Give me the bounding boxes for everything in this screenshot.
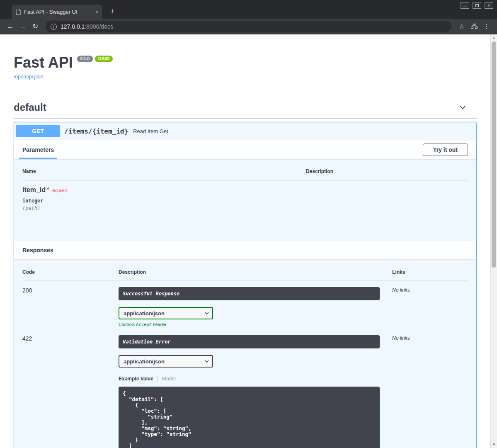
window-controls: × — [461, 2, 493, 9]
response-links: No links — [392, 335, 468, 448]
param-name: item_id*required — [22, 186, 306, 195]
api-badges: 0.1.0 OAS3 — [77, 56, 113, 62]
media-type-select[interactable]: application/json — [119, 355, 213, 368]
openapi-spec-link[interactable]: /openapi.json — [14, 74, 43, 80]
example-model-tabs: Example Value Model — [119, 376, 392, 382]
try-it-out-button[interactable]: Try it out — [423, 144, 468, 156]
operation-block-get: GET /items/{item_id} Read Item Get Param… — [14, 122, 477, 448]
maximize-icon — [475, 4, 479, 7]
param-location: (path) — [22, 205, 306, 211]
parameters-tab-indicator — [19, 158, 57, 159]
example-json: { "detail": [ { "loc": [ "string" ], "ms… — [123, 391, 376, 448]
sitemap-icon[interactable] — [469, 21, 480, 32]
reload-icon[interactable]: ↻ — [30, 21, 41, 32]
operation-description: Read Item Get — [133, 128, 168, 134]
api-title: Fast API — [14, 55, 73, 70]
media-type-select-wrapper: application/json — [119, 307, 213, 319]
media-type-select[interactable]: application/json — [119, 307, 213, 319]
accept-note-code: Accept — [136, 322, 152, 327]
url-path: :8000/docs — [85, 23, 113, 30]
accept-header-note: Controls Accept header. — [119, 322, 392, 327]
page-scrollbar[interactable]: ▲ ▼ — [490, 34, 497, 448]
responses-table: Code Description Links 200 Successful Re… — [14, 259, 476, 448]
response-row-422: 422 Validation Error application/json — [22, 327, 468, 448]
tab-model[interactable]: Model — [158, 376, 176, 382]
response-code: 200 — [22, 287, 119, 327]
parameters-table-head: Name Description — [22, 168, 468, 180]
close-icon: × — [487, 3, 490, 8]
responses-header: Responses — [14, 241, 476, 259]
response-description-cell: Successful Response application/json Con… — [119, 287, 392, 327]
scroll-up-icon[interactable]: ▲ — [491, 34, 497, 41]
param-name-cell: item_id*required integer (path) — [22, 186, 306, 211]
col-description-header: Description — [119, 269, 392, 275]
tag-section-header[interactable]: default — [14, 102, 477, 119]
forward-icon: → — [17, 21, 28, 32]
browser-tab[interactable]: Fast API - Swagger UI × — [12, 5, 102, 19]
tab-title: Fast API - Swagger UI — [24, 9, 92, 15]
address-bar[interactable]: i 127.0.0.1:8000/docs — [46, 21, 451, 32]
required-asterisk: * — [47, 186, 49, 193]
oas3-badge: OAS3 — [95, 56, 113, 62]
response-links: No links — [392, 287, 468, 327]
new-tab-button[interactable]: + — [108, 7, 117, 16]
close-button[interactable]: × — [485, 2, 493, 9]
col-description-header: Description — [306, 168, 468, 174]
response-description-cell: Validation Error application/json Exampl… — [119, 335, 392, 448]
back-icon[interactable]: ← — [5, 21, 16, 32]
param-type: integer — [22, 198, 306, 204]
parameter-row: item_id*required integer (path) — [22, 180, 468, 211]
url-text: 127.0.0.1:8000/docs — [61, 23, 113, 30]
page-content: Fast API 0.1.0 OAS3 /openapi.json defaul… — [0, 34, 490, 448]
operation-summary[interactable]: GET /items/{item_id} Read Item Get — [14, 122, 476, 140]
col-code-header: Code — [22, 269, 119, 275]
parameters-header: Parameters Try it out — [14, 140, 476, 159]
operation-path: /items/{item_id} — [64, 127, 128, 135]
page-favicon-icon — [16, 9, 21, 15]
param-name-text: item_id — [22, 186, 46, 193]
responses-heading: Responses — [22, 247, 53, 253]
responses-table-head: Code Description Links — [22, 269, 468, 280]
response-code: 422 — [22, 335, 119, 448]
bookmark-star-icon[interactable]: ☆ — [456, 21, 467, 32]
chevron-down-icon[interactable] — [458, 103, 467, 112]
browser-chrome: Fast API - Swagger UI × + × ← → ↻ i 127.… — [0, 0, 497, 34]
media-type-select-wrapper: application/json — [119, 355, 213, 368]
accept-note-suffix: header. — [152, 322, 167, 327]
example-json-block: { "detail": [ { "loc": [ "string" ], "ms… — [119, 387, 380, 448]
tab-close-icon[interactable]: × — [95, 9, 99, 15]
maximize-button[interactable] — [473, 2, 481, 9]
url-host: 127.0.0.1 — [61, 23, 85, 30]
api-title-block: Fast API 0.1.0 OAS3 — [14, 55, 477, 70]
site-info-icon[interactable]: i — [51, 24, 57, 30]
response-row-200: 200 Successful Response application/json… — [22, 280, 468, 327]
minimize-icon — [463, 7, 467, 7]
scroll-down-icon[interactable]: ▼ — [491, 441, 497, 448]
col-name-header: Name — [22, 168, 306, 174]
version-badge: 0.1.0 — [77, 56, 93, 62]
parameters-table: Name Description item_id*required intege… — [14, 159, 476, 241]
response-description: Successful Response — [119, 287, 380, 300]
browser-menu-icon[interactable]: ⋮ — [481, 21, 492, 32]
col-links-header: Links — [392, 269, 468, 275]
method-badge: GET — [16, 125, 60, 137]
tag-name: default — [14, 102, 46, 113]
scrollbar-thumb[interactable] — [492, 41, 496, 268]
parameters-heading: Parameters — [22, 146, 54, 153]
tab-example-value[interactable]: Example Value — [119, 376, 158, 382]
titlebar: Fast API - Swagger UI × + × — [0, 0, 497, 19]
param-description-cell — [306, 186, 468, 211]
minimize-button[interactable] — [461, 2, 469, 9]
required-label: required — [51, 188, 67, 193]
browser-toolbar: ← → ↻ i 127.0.0.1:8000/docs ☆ ⋮ — [0, 19, 497, 34]
response-description: Validation Error — [119, 335, 380, 348]
accept-note-prefix: Controls — [119, 322, 136, 327]
